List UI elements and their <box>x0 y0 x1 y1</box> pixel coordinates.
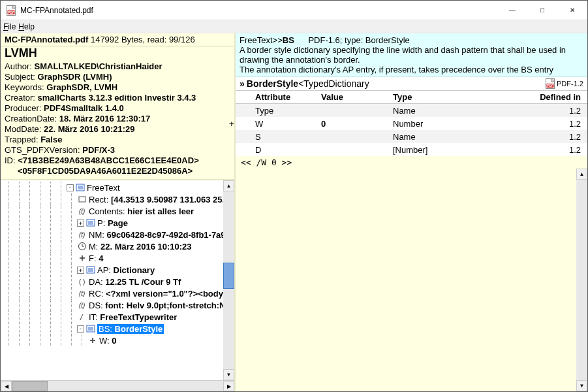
dict-icon <box>75 182 85 193</box>
tree-panel: -FreeText Rect: [44.3513 9.50987 131.063… <box>1 180 234 391</box>
menu-help[interactable]: Help <box>18 22 35 31</box>
tree-vertical-scrollbar[interactable]: ▲ ▼ <box>223 180 234 380</box>
col-type[interactable]: Type <box>393 92 497 102</box>
tree-node-w[interactable]: W: 0 <box>2 335 234 346</box>
pdf-version: PDF-1.2 <box>557 80 583 88</box>
tree-horizontal-scrollbar[interactable]: ◀ ▶ <box>1 380 234 391</box>
description-panel: FreeText>>BS PDF-1.6; type: BorderStyle … <box>236 33 587 77</box>
scroll-thumb[interactable] <box>12 381 48 391</box>
plus-icon <box>87 335 98 346</box>
producer-label: Producer: <box>5 103 44 113</box>
maximize-button[interactable]: □ <box>527 1 557 20</box>
scroll-up-button[interactable]: ▲ <box>223 180 234 191</box>
moddate-label: ModDate: <box>5 124 44 134</box>
minimize-button[interactable]: — <box>497 1 527 20</box>
metadata-panel: LVMH Author: SMALLTALKED\ChristianHaider… <box>1 46 234 180</box>
text-icon <box>77 288 87 299</box>
author-value: SMALLTALKED\ChristianHaider <box>35 61 162 71</box>
text-icon <box>77 229 87 240</box>
gts-label: GTS_PDFXVersion: <box>5 145 82 155</box>
paren-icon <box>77 276 87 287</box>
id-value: <71B3BE249A63B48ABCC1E66C1EE4E0AD> <box>18 155 199 165</box>
file-info-bar: MC-FPAnnotated.pdf 147992 Bytes, read: 9… <box>1 33 234 46</box>
tree-node-p[interactable]: +P: Page <box>2 217 234 229</box>
scroll-right-button[interactable]: ▶ <box>223 381 234 391</box>
scroll-up-button[interactable]: ▲ <box>576 169 587 180</box>
desc-line2: The annotation dictionary's AP entry, if… <box>240 65 583 74</box>
desc-line1: A border style dictionary specifying the… <box>240 45 583 65</box>
menubar: File Help <box>1 20 587 33</box>
tree-node-ap[interactable]: +AP: Dictionary <box>2 264 234 276</box>
tree-node-rc[interactable]: RC: <?xml version="1.0"?><body <box>2 287 234 299</box>
author-label: Author: <box>5 61 35 71</box>
creationdate-label: CreationDate: <box>5 114 59 123</box>
object-path-bar[interactable]: » BorderStyle < TypedDictionary PDF-1.2 <box>236 77 587 91</box>
close-button[interactable]: ✕ <box>557 1 587 20</box>
col-defined[interactable]: Defined in <box>497 92 583 102</box>
dict-icon <box>85 323 96 334</box>
table-row[interactable]: SName1.2 <box>236 130 587 143</box>
trapped-label: Trapped: <box>5 135 40 144</box>
text-icon <box>77 206 87 216</box>
id-label: ID: <box>5 155 18 165</box>
tree-node-bs[interactable]: -BS: BorderStyle <box>2 323 234 335</box>
titlebar[interactable]: MC-FPAnnotated.pdf — □ ✕ <box>1 1 587 20</box>
col-attribute[interactable]: Attribute <box>240 92 321 102</box>
gts-value: PDF/X-3 <box>82 145 115 155</box>
tree-node-nm[interactable]: NM: 69c06428-8c97-492d-8fb1-7a97 <box>2 229 234 240</box>
object-type[interactable]: TypedDictionary <box>303 78 369 89</box>
desc-spec: PDF-1.6; type: BorderStyle <box>308 35 409 45</box>
tree-node-ds[interactable]: DS: font: Helv 9.0pt;font-stretch:No <box>2 299 234 311</box>
id2-value: <05F8F1CD05DA9A46A6011E2E2D45086A> <box>18 166 193 176</box>
moddate-value: 22. März 2016 10:21:29 <box>44 124 134 134</box>
keywords-label: Keywords: <box>5 82 46 92</box>
table-row[interactable]: +W0Number1.2 <box>236 117 587 130</box>
subject-label: Subject: <box>5 72 38 82</box>
object-name[interactable]: BorderStyle <box>247 78 298 89</box>
scroll-down-button[interactable]: ▼ <box>576 380 587 391</box>
app-window: MC-FPAnnotated.pdf — □ ✕ File Help MC-FP… <box>0 0 588 392</box>
dict-icon <box>85 218 96 228</box>
tree-node-f[interactable]: F: 4 <box>2 252 234 264</box>
window-title: MC-FPAnnotated.pdf <box>20 6 497 15</box>
tree-node-m[interactable]: M: 22. März 2016 10:10:23 <box>2 240 234 252</box>
menu-file[interactable]: File <box>3 22 16 31</box>
table-row[interactable]: TypeName1.2 <box>236 104 587 117</box>
creator-value: smallCharts 3.12.3 edition Investir 3.4.… <box>38 93 196 103</box>
path-separator: < <box>298 78 303 89</box>
right-vertical-scrollbar[interactable]: ▲ ▼ <box>576 169 587 391</box>
trapped-value: False <box>40 135 62 144</box>
dict-icon <box>85 265 96 275</box>
file-stats: 147992 Bytes, read: 99/126 <box>91 35 195 44</box>
tree-node-freetext[interactable]: -FreeText <box>2 182 234 193</box>
scroll-down-button[interactable]: ▼ <box>223 369 234 380</box>
keywords-value: GraphSDR, LVMH <box>46 82 117 92</box>
tree-node-rect[interactable]: Rect: [44.3513 9.50987 131.063 25.7 <box>2 193 234 205</box>
scroll-thumb[interactable] <box>223 263 234 289</box>
clock-icon <box>77 241 87 252</box>
app-icon <box>6 5 16 16</box>
tree-view[interactable]: -FreeText Rect: [44.3513 9.50987 131.063… <box>1 180 234 380</box>
text-icon <box>77 300 87 310</box>
attribute-table: Attribute Value Type Defined in TypeName… <box>236 91 587 156</box>
rect-icon <box>77 194 87 204</box>
slash-icon <box>77 312 87 322</box>
creationdate-value: 18. März 2016 12:30:17 <box>59 114 150 123</box>
tree-node-it[interactable]: IT: FreeTextTypewriter <box>2 311 234 323</box>
plus-icon <box>77 253 87 263</box>
subject-value: GraphSDR (LVMH) <box>38 72 112 82</box>
scroll-left-button[interactable]: ◀ <box>1 381 12 391</box>
col-value[interactable]: Value <box>321 92 393 102</box>
pdf-icon <box>546 78 555 89</box>
raw-stream-line: << /W 0 >> <box>236 156 587 169</box>
desc-class: BS <box>283 35 294 45</box>
doc-title: LVMH <box>5 46 230 60</box>
tree-node-da[interactable]: DA: 12.25 TL /Cour 9 Tf <box>2 276 234 287</box>
table-row[interactable]: D[Number]1.2 <box>236 143 587 156</box>
right-body: ▲ ▼ <box>236 169 587 391</box>
path-arrow-icon: » <box>240 78 245 89</box>
creator-label: Creator: <box>5 93 38 103</box>
tree-node-contents[interactable]: Contents: hier ist alles leer <box>2 205 234 217</box>
producer-value: PDF4Smalltalk 1.4.0 <box>44 103 124 113</box>
file-name: MC-FPAnnotated.pdf <box>5 35 88 44</box>
